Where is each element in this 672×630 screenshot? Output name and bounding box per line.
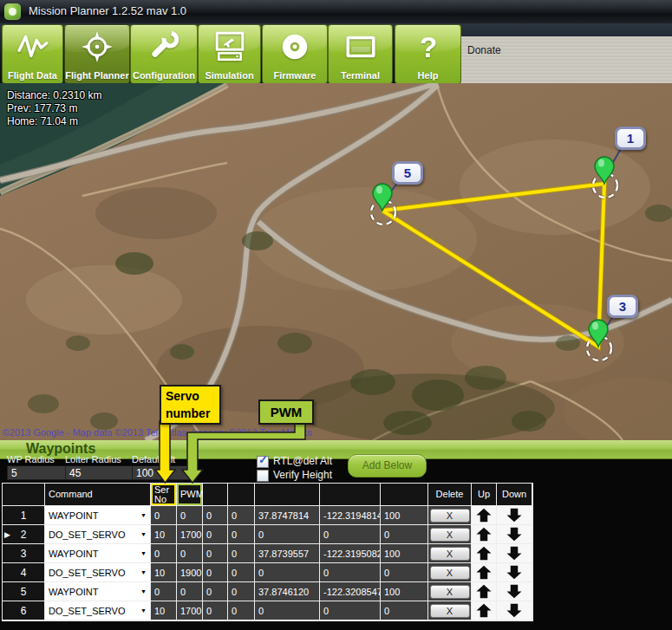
default-alt-input[interactable]: 100 [132, 465, 192, 480]
toolbar-button-flight-planner[interactable]: Flight Planner [64, 24, 130, 84]
add-below-button[interactable]: Add Below [348, 454, 427, 477]
command-dropdown[interactable]: DO_SET_SERVO▼ [45, 525, 151, 544]
row-header[interactable]: ▶2 [3, 525, 45, 544]
move-down-button[interactable] [497, 582, 532, 601]
column-header-p4[interactable] [228, 484, 255, 506]
move-up-button[interactable] [472, 525, 497, 544]
column-header-p1[interactable]: Ser No [151, 484, 177, 506]
waypoint-badge-5[interactable]: 5 [392, 161, 423, 185]
donate-menu-item[interactable]: Donate [467, 44, 501, 56]
cell-lat[interactable]: 0 [255, 525, 320, 544]
cell-p1[interactable]: 10 [151, 563, 177, 582]
toolbar-button-terminal[interactable]: Terminal [328, 24, 393, 84]
cell-p2[interactable]: 1700 [177, 525, 203, 544]
cell-p4[interactable]: 0 [228, 601, 255, 620]
row-header[interactable]: 1 [3, 506, 45, 525]
cell-alt[interactable]: 0 [381, 563, 428, 582]
cell-p3[interactable]: 0 [203, 506, 228, 525]
move-up-button[interactable] [472, 563, 497, 582]
column-header-p2[interactable]: PWM [177, 484, 203, 506]
row-header[interactable]: 6 [3, 601, 45, 620]
waypoint-badge-1[interactable]: 1 [615, 127, 646, 150]
column-header-n[interactable] [3, 484, 45, 506]
delete-button[interactable]: X [430, 547, 470, 561]
checkbox-box[interactable]: ✓ [257, 456, 269, 468]
command-dropdown[interactable]: WAYPOINT▼ [45, 544, 151, 563]
cell-lng[interactable]: 0 [320, 525, 381, 544]
move-up-button[interactable] [472, 582, 497, 601]
cell-p1[interactable]: 10 [151, 601, 177, 620]
cell-p4[interactable]: 0 [228, 563, 255, 582]
command-dropdown[interactable]: DO_SET_SERVO▼ [45, 601, 151, 620]
cell-p4[interactable]: 0 [228, 582, 255, 601]
map-canvas[interactable]: Distance: 0.2310 km Prev: 177.73 m Home:… [0, 83, 672, 440]
move-down-button[interactable] [497, 601, 532, 620]
command-dropdown[interactable]: WAYPOINT▼ [45, 506, 151, 525]
toolbar-button-help[interactable]: ?Help [395, 24, 461, 84]
column-header-down[interactable]: Down [497, 484, 532, 506]
move-up-button[interactable] [472, 544, 497, 563]
move-up-button[interactable] [472, 506, 497, 525]
delete-button[interactable]: X [430, 528, 470, 542]
loiter-radius-input[interactable]: 45 [65, 465, 133, 480]
move-down-button[interactable] [497, 563, 532, 582]
cell-p1[interactable]: 0 [151, 582, 177, 601]
title-bar[interactable]: Mission Planner 1.2.52 mav 1.0 [0, 0, 672, 24]
cell-alt[interactable]: 100 [381, 544, 428, 563]
command-dropdown[interactable]: DO_SET_SERVO▼ [45, 563, 151, 582]
cell-p4[interactable]: 0 [228, 544, 255, 563]
cell-p2[interactable]: 0 [177, 506, 203, 525]
cell-p3[interactable]: 0 [203, 525, 228, 544]
toolbar-button-firmware[interactable]: Firmware [262, 24, 328, 84]
column-header-up[interactable]: Up [472, 484, 497, 506]
cell-p4[interactable]: 0 [228, 525, 255, 544]
cell-p2[interactable]: 0 [177, 582, 203, 601]
column-header-lat[interactable] [255, 484, 320, 506]
row-header[interactable]: 5 [3, 582, 45, 601]
cell-lng[interactable]: -122.3194814 [320, 506, 381, 525]
move-up-button[interactable] [472, 601, 497, 620]
checkbox-box[interactable] [257, 470, 269, 482]
cell-lat[interactable]: 37.8746120 [255, 582, 320, 601]
row-header[interactable]: 4 [3, 563, 45, 582]
cell-p3[interactable]: 0 [203, 563, 228, 582]
cell-alt[interactable]: 0 [381, 525, 428, 544]
column-header-command[interactable]: Command [45, 484, 151, 506]
cell-p3[interactable]: 0 [203, 582, 228, 601]
cell-p2[interactable]: 1900 [177, 563, 203, 582]
cell-p1[interactable]: 0 [151, 544, 177, 563]
cell-p2[interactable]: 0 [177, 544, 203, 563]
column-header-alt[interactable] [381, 484, 428, 506]
waypoint-badge-3[interactable]: 3 [607, 295, 638, 318]
delete-button[interactable]: X [430, 509, 470, 523]
cell-alt[interactable]: 100 [381, 506, 428, 525]
cell-alt[interactable]: 0 [381, 601, 428, 620]
toolbar-button-simulation[interactable]: Simulation [198, 24, 261, 84]
cell-lat[interactable]: 37.8739557 [255, 544, 320, 563]
cell-lng[interactable]: 0 [320, 563, 381, 582]
delete-button[interactable]: X [430, 585, 470, 599]
column-header-lng[interactable] [320, 484, 381, 506]
row-header[interactable]: 3 [3, 544, 45, 563]
cell-p1[interactable]: 10 [151, 525, 177, 544]
delete-button[interactable]: X [430, 604, 470, 618]
cell-lat[interactable]: 37.8747814 [255, 506, 320, 525]
cell-alt[interactable]: 100 [381, 582, 428, 601]
cell-p2[interactable]: 1700 [177, 601, 203, 620]
cell-lat[interactable]: 0 [255, 601, 320, 620]
toolbar-button-configuration[interactable]: Configuration [130, 24, 198, 84]
move-down-button[interactable] [497, 544, 532, 563]
cell-lng[interactable]: 0 [320, 601, 381, 620]
delete-button[interactable]: X [430, 566, 470, 580]
cell-p3[interactable]: 0 [203, 601, 228, 620]
move-down-button[interactable] [497, 506, 532, 525]
move-down-button[interactable] [497, 525, 532, 544]
cell-p3[interactable]: 0 [203, 544, 228, 563]
cell-p1[interactable]: 0 [151, 506, 177, 525]
cell-lng[interactable]: -122.3208547 [320, 582, 381, 601]
cell-p4[interactable]: 0 [228, 506, 255, 525]
toolbar-button-flight-data[interactable]: Flight Data [2, 24, 63, 84]
cell-lat[interactable]: 0 [255, 563, 320, 582]
cell-lng[interactable]: -122.3195082 [320, 544, 381, 563]
command-dropdown[interactable]: WAYPOINT▼ [45, 582, 151, 601]
